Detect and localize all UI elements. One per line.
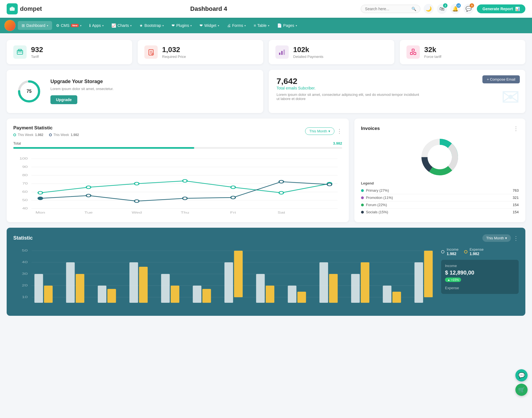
statistic-title: Statistic (13, 235, 33, 241)
svg-rect-93 (383, 286, 392, 303)
logo-area: dompet (7, 3, 57, 14)
nav-label-forms: Forms (232, 23, 243, 28)
legend-value-1: 1.982 (35, 133, 43, 137)
chevron-down-stat-icon: ▾ (505, 236, 507, 240)
nav-label-charts: Charts (117, 23, 129, 28)
email-description: Lorem ipsum dolor sit amet, consectetur … (277, 93, 421, 101)
svg-rect-13 (281, 51, 283, 55)
svg-rect-89 (319, 262, 328, 303)
svg-text:40: 40 (22, 207, 28, 210)
new-badge: New (71, 24, 79, 27)
nav-item-apps[interactable]: ℹ Apps ▾ (85, 21, 108, 30)
payment-chart-title: Payment Statistic (13, 125, 79, 131)
svg-rect-92 (361, 262, 369, 303)
income-expense-panel: Income 1.982 Expense 1.982 Income $ (441, 247, 519, 309)
socials-value: 154 (513, 210, 519, 214)
svg-text:Fri: Fri (230, 211, 236, 214)
statistic-month-filter-button[interactable]: This Month ▾ (482, 234, 511, 242)
svg-text:50: 50 (22, 249, 28, 252)
statistic-filter-label: This Month (486, 236, 504, 240)
svg-rect-73 (66, 262, 75, 303)
stat-label-force: Force tariff (424, 55, 441, 59)
svg-text:20: 20 (22, 284, 28, 287)
legend-dot-1 (13, 134, 16, 136)
stat-label-payments: Detalled Payments (293, 55, 323, 59)
svg-text:100: 100 (19, 157, 28, 160)
stat-card-tariff: 932 Tariff (7, 40, 132, 64)
income-expense-row: Income 1.982 Expense 1.982 (441, 247, 519, 256)
line-chart-svg: 100 90 80 70 60 50 40 (13, 153, 342, 214)
primary-value: 763 (513, 188, 519, 193)
income-details-label: Income (445, 264, 515, 268)
cms-icon: ⚙ (56, 23, 60, 28)
nav-item-bootstrap[interactable]: ★ Bootstrap ▾ (135, 21, 168, 30)
nav-label-apps: Apps (92, 23, 101, 28)
statistic-header-right: This Month ▾ ⋮ (482, 234, 519, 242)
svg-rect-77 (129, 262, 138, 303)
search-input[interactable] (365, 7, 409, 11)
payment-chart-more-button[interactable]: ⋮ (337, 128, 342, 134)
primary-label: Primary (27%) (366, 188, 389, 193)
svg-rect-94 (392, 292, 401, 303)
svg-text:10: 10 (22, 295, 28, 299)
svg-point-45 (231, 196, 235, 199)
stat-info-force: 32k Force tariff (424, 45, 441, 59)
search-box[interactable]: 🔍 (361, 5, 420, 13)
svg-rect-71 (34, 274, 43, 303)
notifications-button[interactable]: 🔔 12 (450, 4, 460, 14)
cart-button[interactable]: 🛍 2 (437, 4, 447, 14)
messages-button[interactable]: 💬 5 (464, 4, 474, 14)
socials-label: Socials (15%) (366, 210, 388, 214)
svg-text:30: 30 (22, 272, 28, 275)
nav-item-charts[interactable]: 📈 Charts ▾ (108, 21, 135, 30)
plugins-icon: ❤ (172, 23, 175, 28)
nav-item-pages[interactable]: 📄 Pages ▾ (273, 21, 301, 30)
header-actions: 🔍 🌙 🛍 2 🔔 12 💬 5 Generate Report 📊 (361, 4, 525, 14)
svg-point-46 (279, 180, 283, 183)
nav-item-table[interactable]: ≡ Table ▾ (250, 21, 273, 30)
statistic-more-button[interactable]: ⋮ (513, 235, 519, 242)
promotion-value: 321 (513, 196, 519, 200)
logo-icon (7, 3, 18, 14)
email-subtitle: Total emails Subcriber. (277, 86, 518, 90)
upgrade-button[interactable]: Upgrade (50, 95, 77, 104)
nav-item-forms[interactable]: 🖨 Forms ▾ (223, 21, 250, 30)
chevron-down-icon-6: ▾ (190, 24, 192, 27)
email-count: 7,642 (277, 76, 518, 86)
income-change-value: +15% (451, 278, 459, 281)
nav-label-bootstrap: Bootstrap (144, 23, 161, 28)
stat-label-tariff: Tariff (31, 55, 43, 59)
donut-chart-container (361, 136, 519, 178)
chevron-down-icon-5: ▾ (162, 24, 164, 27)
arrow-up-icon: ▲ (447, 278, 450, 281)
svg-rect-84 (234, 251, 243, 297)
income-info: Income 1.982 (447, 247, 459, 256)
invoices-more-button[interactable]: ⋮ (513, 125, 519, 132)
storage-info: Upgrade Your Storage Lorem ipsum dolor s… (50, 79, 114, 104)
chart-total-row: Total 3.982 (13, 141, 342, 145)
expense-section-label: Expense (445, 286, 515, 290)
stat-card-force: 32k Force tariff (400, 40, 525, 64)
compose-email-button[interactable]: + Compose Email (482, 75, 520, 83)
generate-report-button[interactable]: Generate Report 📊 (477, 4, 525, 13)
stat-card-price: 1,032 Required Price (138, 40, 263, 64)
nav-item-cms[interactable]: ⚙ CMS New ▾ (52, 21, 86, 30)
notif-badge: 12 (456, 3, 461, 8)
invoices-title: Invoices (361, 126, 380, 131)
price-icon (144, 45, 158, 59)
charts-row: Payment Statistic This Week 1.982 This W… (7, 119, 525, 222)
expense-stat-value: 1.982 (470, 252, 484, 256)
this-month-filter-button[interactable]: This Month ▾ (305, 127, 334, 135)
bar-chart-area: 50 40 30 20 10 (13, 247, 436, 309)
logo-text: dompet (20, 5, 42, 12)
nav-item-plugins[interactable]: ❤ Plugins ▾ (168, 21, 196, 30)
chevron-down-icon-9: ▾ (268, 24, 269, 27)
invoices-card: Invoices ⋮ (354, 119, 525, 222)
theme-toggle-button[interactable]: 🌙 (424, 4, 434, 14)
email-card: + Compose Email 7,642 Total emails Subcr… (269, 70, 525, 113)
msg-badge: 5 (470, 3, 474, 8)
forum-label: Forum (22%) (366, 203, 387, 207)
svg-point-39 (279, 191, 283, 194)
nav-item-widget[interactable]: ❤ Widget ▾ (196, 21, 223, 30)
nav-item-dashboard[interactable]: ⊞ Dashboard ▾ (18, 21, 52, 30)
